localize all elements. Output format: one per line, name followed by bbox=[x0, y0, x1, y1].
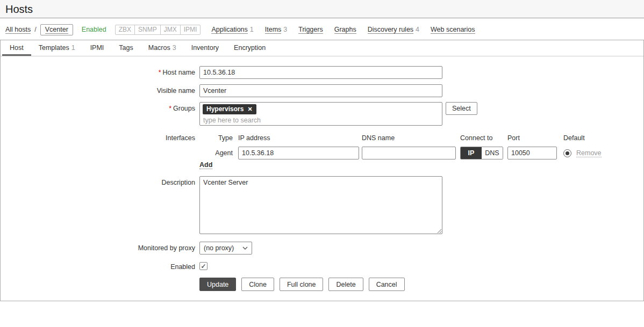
interface-row-agent: Agent IP DNS Remove bbox=[199, 147, 602, 159]
breadcrumb-separator: / bbox=[34, 26, 36, 33]
tab-templates[interactable]: Templates1 bbox=[31, 40, 83, 56]
proxy-row: Monitored by proxy (no proxy) bbox=[1, 242, 643, 255]
tab-tags-label: Tags bbox=[119, 44, 133, 52]
proxy-label: Monitored by proxy bbox=[1, 242, 199, 252]
nav-triggers-label[interactable]: Triggers bbox=[298, 26, 323, 34]
nav-items-label[interactable]: Items bbox=[265, 26, 282, 34]
enabled-label: Enabled bbox=[1, 260, 199, 271]
nav-web-scenarios-label[interactable]: Web scenarios bbox=[431, 26, 475, 34]
groups-select-button[interactable]: Select bbox=[446, 102, 477, 115]
tab-tags[interactable]: Tags bbox=[111, 40, 140, 56]
clone-button[interactable]: Clone bbox=[241, 278, 274, 291]
tab-encryption-label: Encryption bbox=[234, 44, 266, 52]
nav-items[interactable]: Items3 bbox=[265, 26, 288, 33]
interfaces-header-connect: Connect to bbox=[460, 134, 503, 142]
radio-dot-icon bbox=[566, 151, 569, 155]
enabled-checkbox[interactable]: ✓ bbox=[199, 262, 207, 270]
default-interface-radio[interactable] bbox=[563, 149, 571, 157]
tab-templates-label: Templates bbox=[39, 44, 69, 52]
host-name-label: *Host name bbox=[1, 66, 199, 76]
full-clone-button[interactable]: Full clone bbox=[280, 278, 324, 291]
nav-discovery-rules-label[interactable]: Discovery rules bbox=[368, 26, 413, 34]
tab-ipmi[interactable]: IPMI bbox=[83, 40, 112, 56]
proxy-selected-value: (no proxy) bbox=[204, 244, 234, 252]
interfaces-header-ip: IP address bbox=[238, 134, 359, 142]
enabled-row: Enabled ✓ bbox=[1, 260, 643, 271]
cancel-button[interactable]: Cancel bbox=[369, 278, 405, 291]
interfaces-label: Interfaces bbox=[1, 133, 199, 142]
connect-to-ip-option[interactable]: IP bbox=[461, 147, 482, 159]
availability-badge-jmx: JMX bbox=[160, 25, 181, 35]
availability-badge-ipmi: IPMI bbox=[180, 25, 201, 35]
tab-encryption[interactable]: Encryption bbox=[226, 40, 273, 56]
actions-row: Update Clone Full clone Delete Cancel bbox=[1, 278, 643, 291]
tab-host[interactable]: Host bbox=[2, 40, 31, 56]
nav-graphs[interactable]: Graphs bbox=[334, 26, 356, 33]
visible-name-label: Visible name bbox=[1, 84, 199, 95]
host-config-panel: Host Templates1 IPMI Tags Macros3 Invent… bbox=[0, 40, 644, 301]
groups-label: *Groups bbox=[1, 102, 199, 112]
nav-applications-count: 1 bbox=[250, 26, 254, 33]
interface-type-label: Agent bbox=[199, 149, 233, 157]
nav-triggers[interactable]: Triggers bbox=[298, 26, 323, 33]
interfaces-header-port: Port bbox=[507, 134, 557, 142]
page-title: Hosts bbox=[5, 3, 639, 16]
tab-inventory[interactable]: Inventory bbox=[184, 40, 226, 56]
interface-port-input[interactable] bbox=[507, 147, 557, 159]
breadcrumb-all-hosts-link[interactable]: All hosts bbox=[5, 26, 31, 34]
description-label: Description bbox=[1, 176, 199, 186]
proxy-select[interactable]: (no proxy) bbox=[199, 242, 252, 255]
interfaces-grid: Type IP address DNS name Connect to Port… bbox=[199, 133, 602, 176]
actions-spacer bbox=[1, 278, 199, 280]
update-button[interactable]: Update bbox=[199, 278, 236, 291]
groups-multiselect[interactable]: Hypervisors ✕ bbox=[199, 102, 442, 126]
checkmark-icon: ✓ bbox=[201, 263, 206, 270]
tab-strip: Host Templates1 IPMI Tags Macros3 Invent… bbox=[1, 40, 643, 56]
tab-templates-count: 1 bbox=[71, 44, 75, 52]
tab-macros-label: Macros bbox=[148, 44, 170, 52]
tab-macros-count: 3 bbox=[173, 44, 176, 52]
interface-ip-input[interactable] bbox=[238, 147, 359, 159]
nav-web-scenarios[interactable]: Web scenarios bbox=[431, 26, 475, 33]
interfaces-header-dns: DNS name bbox=[362, 134, 456, 142]
availability-badge-zbx: ZBX bbox=[115, 25, 135, 35]
remove-group-icon[interactable]: ✕ bbox=[247, 106, 252, 113]
tab-inventory-label: Inventory bbox=[191, 44, 219, 52]
required-marker: * bbox=[159, 69, 161, 76]
groups-search-input[interactable] bbox=[203, 116, 364, 125]
nav-discovery-rules-count: 4 bbox=[416, 26, 419, 33]
visible-name-row: Visible name bbox=[1, 84, 643, 97]
nav-applications-label[interactable]: Applications bbox=[211, 26, 247, 34]
interface-dns-input[interactable] bbox=[362, 147, 456, 159]
chevron-down-icon bbox=[242, 246, 248, 250]
group-chip-hypervisors: Hypervisors ✕ bbox=[203, 104, 256, 114]
group-chip-label: Hypervisors bbox=[206, 105, 244, 113]
delete-button[interactable]: Delete bbox=[328, 278, 363, 291]
interface-remove-link[interactable]: Remove bbox=[576, 149, 602, 157]
nav-discovery-rules[interactable]: Discovery rules4 bbox=[368, 26, 419, 33]
host-entity-nav: Applications1 Items3 Triggers Graphs Dis… bbox=[211, 26, 486, 33]
interfaces-header-type: Type bbox=[199, 134, 233, 142]
action-buttons: Update Clone Full clone Delete Cancel bbox=[199, 278, 410, 291]
host-form: *Host name Visible name *Groups Hypervis… bbox=[1, 56, 643, 300]
connect-to-dns-option[interactable]: DNS bbox=[482, 147, 503, 159]
interface-add-link[interactable]: Add bbox=[199, 161, 212, 169]
groups-row: *Groups Hypervisors ✕ Select bbox=[1, 102, 643, 126]
required-marker: * bbox=[169, 105, 171, 112]
tab-macros[interactable]: Macros3 bbox=[141, 40, 184, 56]
nav-graphs-label[interactable]: Graphs bbox=[334, 26, 356, 34]
interfaces-header-row: Type IP address DNS name Connect to Port… bbox=[199, 133, 602, 142]
host-name-input[interactable] bbox=[199, 66, 442, 79]
tab-host-label: Host bbox=[10, 44, 24, 52]
description-textarea[interactable]: Vcenter Server bbox=[199, 176, 442, 234]
availability-badges: ZBX SNMP JMX IPMI bbox=[115, 25, 201, 35]
page-header: Hosts bbox=[0, 0, 644, 18]
visible-name-input[interactable] bbox=[199, 84, 442, 97]
interfaces-row: Interfaces Type IP address DNS name Conn… bbox=[1, 133, 643, 176]
interface-add-row: Add bbox=[199, 161, 602, 169]
breadcrumb-current-host-label[interactable]: Vcenter bbox=[45, 26, 68, 34]
breadcrumb-current-host[interactable]: Vcenter bbox=[40, 24, 73, 35]
interfaces-header-default: Default bbox=[563, 134, 585, 142]
host-status-badge: Enabled bbox=[82, 26, 106, 33]
nav-applications[interactable]: Applications1 bbox=[211, 26, 253, 33]
